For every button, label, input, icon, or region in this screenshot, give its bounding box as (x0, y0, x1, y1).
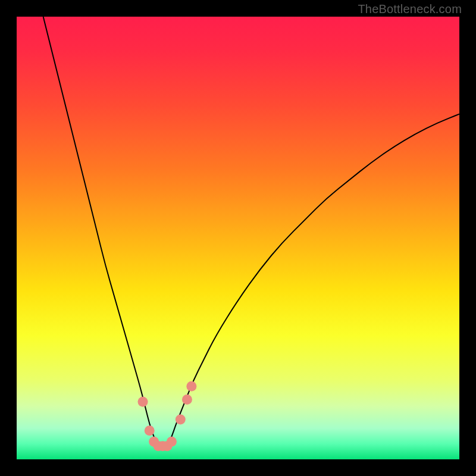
marker-point (176, 415, 186, 425)
marker-point (186, 381, 196, 392)
marker-point (167, 437, 177, 447)
watermark-text: TheBottleneck.com (358, 2, 462, 16)
marker-point (138, 397, 148, 407)
bottleneck-chart (17, 17, 459, 459)
chart-frame: TheBottleneck.com (0, 0, 476, 476)
marker-point (182, 394, 192, 405)
gradient-background (17, 17, 459, 459)
plot-area (17, 17, 459, 459)
marker-point (145, 425, 155, 436)
